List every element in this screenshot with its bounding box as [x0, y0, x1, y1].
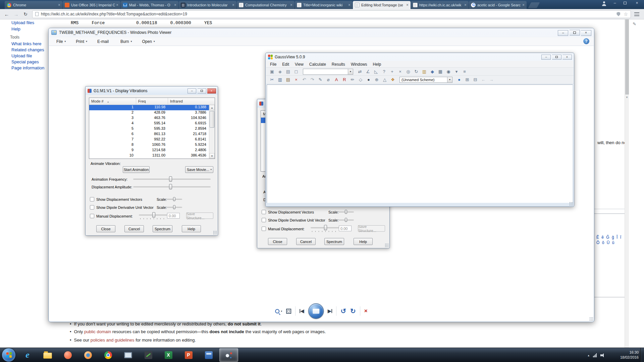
zoom-button[interactable]: ▾: [275, 309, 282, 313]
capture-icon[interactable]: ◉: [445, 68, 452, 75]
excel-icon[interactable]: X: [159, 348, 178, 362]
pv-menu-print[interactable]: Print▾: [76, 39, 87, 44]
gaussview-taskbar-icon[interactable]: [219, 348, 238, 362]
scrollbar-thumb[interactable]: [625, 19, 629, 95]
edit-pencil-icon[interactable]: ✎: [633, 21, 636, 26]
ring-fragment-icon[interactable]: ◈: [277, 68, 283, 75]
photo-viewer-icon[interactable]: [119, 348, 138, 362]
vibration-row[interactable]: 10 1311.00 386.4536: [89, 153, 215, 159]
minimize-icon[interactable]: –: [187, 88, 196, 94]
show-desktop-button[interactable]: [640, 348, 644, 362]
close-icon[interactable]: ×: [581, 30, 591, 36]
gaussview-canvas[interactable]: [267, 84, 573, 203]
rotate-right-button[interactable]: ↻: [350, 307, 356, 315]
measure-icon[interactable]: ⌀: [325, 76, 332, 83]
gaussview-titlebar[interactable]: GaussView 5.0.9 – ×: [266, 53, 574, 61]
maximize-icon[interactable]: [198, 88, 206, 94]
dipole-scale-slider[interactable]: [338, 218, 354, 222]
sidebar-link-upload-files[interactable]: Upload files: [11, 19, 34, 26]
browser-menu-icon[interactable]: [634, 12, 639, 16]
sidebar-link-upload-file[interactable]: Upload file: [11, 53, 44, 59]
sidebar-link-what-links-here[interactable]: What links here: [11, 41, 44, 47]
print-icon[interactable]: ▦: [437, 68, 444, 75]
maximize-icon[interactable]: [570, 30, 580, 36]
gv-menu-view[interactable]: View: [295, 62, 304, 67]
redo-icon[interactable]: ↷: [309, 76, 316, 83]
table-scrollbar[interactable]: ▲ ▼: [209, 105, 215, 159]
photo-viewer-titlebar[interactable]: TWEBB_METHANE_FREQUENCIES - Windows Phot…: [49, 28, 594, 37]
close-icon[interactable]: ×: [562, 55, 572, 60]
volume-icon[interactable]: [600, 353, 605, 357]
resize-grip[interactable]: [385, 243, 388, 247]
forward-icon[interactable]: →: [13, 11, 19, 17]
add-fragment-icon[interactable]: ⊕: [373, 76, 380, 83]
manual-displacement-value[interactable]: 0.00: [339, 226, 352, 231]
special-characters[interactable]: Ē ĕ Ĝ ĝ Ĩ ĩ Ŏ ŏ Ŭ ŭ: [596, 235, 627, 245]
chrome-icon[interactable]: [99, 348, 117, 362]
vibration-row[interactable]: 2 428.09 3.7886: [89, 110, 215, 116]
pv-menu-file[interactable]: File▾: [56, 39, 66, 44]
profile-icon[interactable]: [602, 1, 606, 6]
tray-expand-icon[interactable]: ▴: [588, 354, 589, 357]
app-blue-icon[interactable]: [199, 348, 218, 362]
tab-close-icon[interactable]: ×: [406, 3, 409, 7]
vibration-row[interactable]: 4 595.14 6.6915: [89, 121, 215, 126]
pv-menu-burn[interactable]: Burn▾: [120, 39, 132, 44]
vibration-row[interactable]: 1 110.98 0.1388: [89, 105, 215, 110]
network-icon[interactable]: [593, 353, 597, 357]
tab-mail[interactable]: Mail - Webb, Thomas - O ×: [121, 1, 178, 9]
displacement-scale-slider[interactable]: [167, 197, 182, 201]
tab-close-icon[interactable]: ×: [116, 3, 118, 7]
copy-icon[interactable]: ▥: [277, 76, 283, 83]
displacement-scale-slider[interactable]: [338, 209, 354, 214]
bookmark-star-icon[interactable]: ☆: [624, 11, 628, 17]
dropdown-icon[interactable]: ▼: [447, 77, 452, 82]
app-orange-icon[interactable]: [58, 348, 77, 362]
delete-icon[interactable]: ×: [293, 76, 300, 83]
tab-close-icon[interactable]: ×: [58, 3, 60, 7]
save-movie-button[interactable]: Save Movie...▾: [185, 166, 213, 173]
page-scrollbar[interactable]: ▼: [625, 19, 629, 348]
close-button[interactable]: Close: [96, 225, 115, 232]
bio-fragment-icon[interactable]: ◻: [293, 68, 300, 75]
tab-google-search[interactable]: acetic acid - Google Searc ×: [469, 1, 527, 9]
refresh-icon[interactable]: ↻: [22, 11, 29, 17]
tab-close-icon[interactable]: ×: [174, 3, 176, 7]
gv-menu-edit[interactable]: Edit: [282, 62, 289, 67]
tab-close-icon[interactable]: ×: [348, 3, 351, 7]
shield-icon[interactable]: [616, 12, 620, 16]
highlight-icon[interactable]: ✏: [349, 76, 356, 83]
manual-displacement-value[interactable]: 0.00: [167, 213, 180, 219]
vibration-row[interactable]: 8 1060.76 5.9224: [89, 142, 215, 148]
group-fragment-icon[interactable]: ▤: [285, 68, 291, 75]
scroll-up-icon[interactable]: ▲: [209, 105, 215, 110]
public-domain-link[interactable]: public domain: [84, 329, 111, 334]
gv-menu-file[interactable]: File: [270, 62, 276, 67]
taskbar-clock[interactable]: 16:30 18/02/2016: [620, 350, 639, 360]
bond-tool-icon[interactable]: ⇄: [357, 68, 363, 75]
delete-button[interactable]: ×: [364, 308, 368, 314]
center-view-icon[interactable]: ◎: [405, 68, 412, 75]
tab-wiki-ch-ic[interactable]: https://wiki.ch.ic.ac.uk/wik ×: [411, 1, 469, 9]
resize-grip[interactable]: [589, 317, 593, 321]
pv-menu-open[interactable]: Open▾: [142, 39, 155, 44]
cascade-windows-icon[interactable]: ⊟: [472, 76, 479, 83]
slideshow-button[interactable]: [308, 303, 324, 319]
gv-menu-windows[interactable]: Windows: [351, 62, 367, 67]
url-text[interactable]: https://wiki.ch.ic.ac.uk/wiki/index.php?…: [41, 12, 616, 16]
resize-grip[interactable]: [569, 202, 573, 205]
label-residues-icon[interactable]: R: [341, 76, 348, 83]
close-button[interactable]: Close: [268, 238, 287, 245]
cut-icon[interactable]: ✂: [269, 76, 275, 83]
tab-close-icon[interactable]: ×: [464, 3, 467, 7]
tile-windows-icon[interactable]: ⊞: [464, 76, 471, 83]
show-dipole-checkbox[interactable]: [262, 218, 266, 222]
scrollbar-thumb[interactable]: [210, 111, 214, 128]
edit-icon[interactable]: ✎: [317, 76, 324, 83]
globe-icon[interactable]: ●: [456, 76, 463, 83]
tab-mod-inorganic[interactable]: Title=Mod:inorganic wiki ×: [295, 1, 353, 9]
sidebar-link-page-information[interactable]: Page information: [11, 65, 44, 71]
manual-displacement-slider[interactable]: [311, 225, 340, 231]
rotate-left-button[interactable]: ↺: [340, 307, 346, 315]
address-bar[interactable]: https://wiki.ch.ic.ac.uk/wiki/index.php?…: [32, 10, 631, 18]
